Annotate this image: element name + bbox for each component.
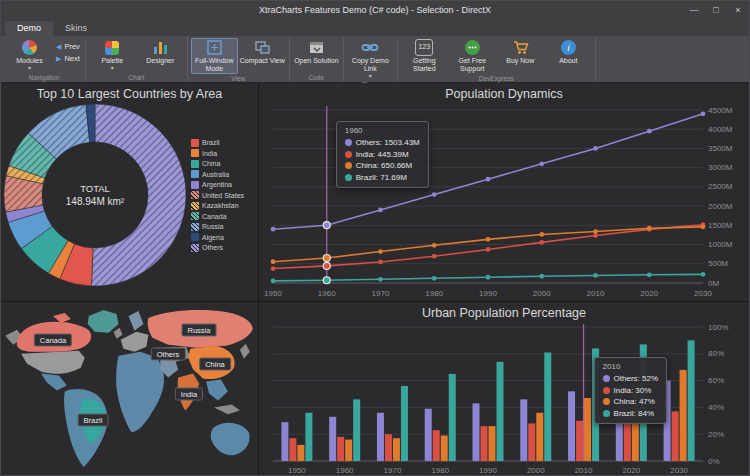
map-region-australia[interactable] bbox=[211, 423, 250, 455]
map-region-africa[interactable] bbox=[116, 352, 164, 433]
data-point[interactable] bbox=[486, 177, 491, 182]
data-point[interactable] bbox=[323, 254, 330, 261]
data-point[interactable] bbox=[378, 260, 383, 265]
bar[interactable] bbox=[680, 370, 687, 461]
data-point[interactable] bbox=[432, 276, 437, 281]
data-point[interactable] bbox=[271, 227, 276, 232]
map-region-indonesia[interactable] bbox=[214, 404, 240, 414]
legend-item[interactable]: Canada bbox=[191, 212, 244, 220]
tab-demo[interactable]: Demo bbox=[5, 21, 53, 36]
tab-skins[interactable]: Skins bbox=[53, 21, 99, 36]
bar[interactable] bbox=[568, 391, 575, 461]
bar[interactable] bbox=[536, 413, 543, 461]
data-point[interactable] bbox=[539, 161, 544, 166]
data-point[interactable] bbox=[271, 259, 276, 264]
data-point[interactable] bbox=[647, 272, 652, 277]
legend-item[interactable]: Australia bbox=[191, 170, 244, 178]
close-button[interactable]: × bbox=[727, 1, 749, 19]
get-free-support-button[interactable]: Get Free Support bbox=[449, 38, 496, 74]
getting-started-button[interactable]: 123 Getting Started bbox=[401, 38, 448, 74]
data-point[interactable] bbox=[701, 111, 706, 116]
data-point[interactable] bbox=[539, 240, 544, 245]
maximize-button[interactable]: □ bbox=[705, 1, 727, 19]
bar[interactable] bbox=[473, 403, 480, 461]
map-region-japan[interactable] bbox=[240, 344, 250, 359]
data-point[interactable] bbox=[593, 273, 598, 278]
map-region-greenland[interactable] bbox=[88, 310, 119, 333]
data-point[interactable] bbox=[378, 208, 383, 213]
legend-item[interactable]: United States bbox=[191, 191, 244, 199]
data-point[interactable] bbox=[432, 254, 437, 259]
map-region-europe[interactable] bbox=[121, 332, 149, 352]
line-chart[interactable]: 0M500M1000M1500M2000M2500M3000M3500M4000… bbox=[259, 102, 749, 301]
bar[interactable] bbox=[481, 426, 488, 461]
bar[interactable] bbox=[433, 430, 440, 461]
bar[interactable] bbox=[441, 436, 448, 461]
data-point[interactable] bbox=[539, 232, 544, 237]
legend-item[interactable]: Argentina bbox=[191, 181, 244, 189]
bar[interactable] bbox=[281, 422, 288, 461]
bar[interactable] bbox=[672, 411, 679, 461]
data-point[interactable] bbox=[647, 226, 652, 231]
bar[interactable] bbox=[688, 340, 695, 461]
map-region-usa[interactable] bbox=[21, 351, 85, 374]
data-point[interactable] bbox=[539, 274, 544, 279]
data-point[interactable] bbox=[378, 249, 383, 254]
bar[interactable] bbox=[489, 426, 496, 461]
map-region-se-asia[interactable] bbox=[206, 380, 228, 401]
bar[interactable] bbox=[576, 421, 583, 461]
data-point[interactable] bbox=[323, 222, 330, 229]
legend-item[interactable]: Kazakhstan bbox=[191, 202, 244, 210]
palette-button[interactable]: Palette ▾ bbox=[89, 38, 136, 72]
data-point[interactable] bbox=[701, 272, 706, 277]
data-point[interactable] bbox=[486, 237, 491, 242]
data-point[interactable] bbox=[271, 266, 276, 271]
modules-button[interactable]: Modules ▾ bbox=[6, 38, 53, 72]
bar[interactable] bbox=[401, 386, 408, 461]
bar[interactable] bbox=[345, 440, 352, 461]
about-button[interactable]: i About bbox=[545, 38, 592, 66]
bar[interactable] bbox=[377, 413, 384, 461]
bar[interactable] bbox=[305, 413, 312, 461]
bar[interactable] bbox=[337, 437, 344, 461]
data-point[interactable] bbox=[593, 146, 598, 151]
copy-demo-link-button[interactable]: Copy Demo Link ▾ bbox=[347, 38, 394, 80]
bar[interactable] bbox=[520, 399, 527, 461]
donut-chart[interactable]: TOTAL 148.94M km² bbox=[2, 102, 188, 288]
minimize-button[interactable]: — bbox=[683, 1, 705, 19]
data-point[interactable] bbox=[323, 262, 330, 269]
legend-item[interactable]: China bbox=[191, 160, 244, 168]
legend-item[interactable]: India bbox=[191, 149, 244, 157]
data-point[interactable] bbox=[432, 192, 437, 197]
legend-item[interactable]: Russia bbox=[191, 223, 244, 231]
legend-item[interactable]: Brazil bbox=[191, 139, 244, 147]
compact-view-button[interactable]: Compact View bbox=[239, 38, 286, 66]
map-region-uk[interactable] bbox=[114, 328, 123, 339]
bar[interactable] bbox=[385, 434, 392, 461]
bar[interactable] bbox=[497, 362, 504, 461]
bar[interactable] bbox=[289, 438, 296, 461]
bar[interactable] bbox=[393, 438, 400, 461]
map-region-scandinavia[interactable] bbox=[129, 311, 144, 331]
world-map[interactable] bbox=[1, 302, 258, 476]
bar-chart[interactable]: 0%20%40%60%80%100%1950196019701980199020… bbox=[259, 321, 749, 476]
data-point[interactable] bbox=[378, 277, 383, 282]
data-point[interactable] bbox=[647, 129, 652, 134]
bar[interactable] bbox=[425, 409, 432, 461]
designer-button[interactable]: Designer bbox=[137, 38, 184, 66]
legend-item[interactable]: Algeria bbox=[191, 233, 244, 241]
data-point[interactable] bbox=[486, 247, 491, 252]
legend-item[interactable]: Others bbox=[191, 244, 244, 252]
bar[interactable] bbox=[297, 445, 304, 461]
open-solution-button[interactable]: Open Solution bbox=[293, 38, 340, 66]
full-window-mode-button[interactable]: Full-Window Mode bbox=[191, 38, 238, 74]
data-point[interactable] bbox=[271, 279, 276, 284]
buy-now-button[interactable]: Buy Now bbox=[497, 38, 544, 66]
bar[interactable] bbox=[528, 423, 535, 461]
data-point[interactable] bbox=[432, 243, 437, 248]
data-point[interactable] bbox=[323, 277, 330, 284]
bar[interactable] bbox=[329, 417, 336, 461]
bar[interactable] bbox=[449, 374, 456, 461]
bar[interactable] bbox=[353, 399, 360, 461]
map-region-mexico[interactable] bbox=[41, 374, 67, 391]
